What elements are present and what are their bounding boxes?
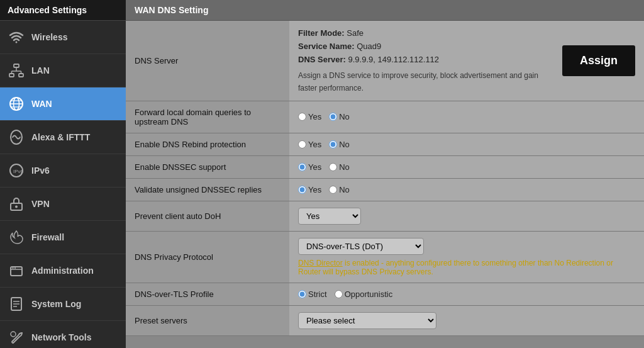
dnssec-validate-row: Validate unsigned DNSSEC replies Yes No [126,178,644,201]
tools-icon [8,328,25,346]
dnssec-validate-value: Yes No [289,178,644,201]
svg-text:IPv6: IPv6 [13,169,24,174]
dot-profile-value: Strict Opportunistic [289,283,644,305]
preset-servers-label: Preset servers [126,305,289,335]
dns-privacy-select[interactable]: DNS-over-TLS (DoT) DNS-over-HTTPS (DoH) … [298,238,424,255]
svg-point-0 [16,42,18,43]
sidebar-item-ipv6-label: IPv6 [31,166,50,176]
page-title: WAN DNS Setting [126,0,644,21]
main-content: WAN DNS Setting DNS Server Filter Mode: … [126,0,644,348]
prevent-doh-value: Yes No [289,201,644,231]
dns-privacy-row: DNS Privacy Protocol DNS-over-TLS (DoT) … [126,231,644,283]
preset-servers-select[interactable]: Please select [298,312,436,329]
dot-opportunistic-radio[interactable] [335,290,343,298]
sidebar-item-vpn[interactable]: VPN [0,188,126,221]
sidebar-item-wireless-label: Wireless [31,32,67,42]
dns-rebind-yes-radio[interactable] [298,140,306,149]
dot-profile-label: DNS-over-TLS Profile [126,283,289,305]
assign-info-text: Assign a DNS service to improve security… [298,70,550,94]
dnssec-validate-no-radio[interactable] [329,186,337,194]
sidebar: Advanced Settings Wireless LAN [0,0,126,348]
alexa-icon [8,128,25,146]
globe-icon [8,95,25,113]
dns-rebind-row: Enable DNS Rebind protection Yes No [126,133,644,155]
dnssec-support-value: Yes No [289,155,644,178]
dnssec-validate-no-option[interactable]: No [329,185,350,194]
sidebar-item-lan[interactable]: LAN [0,54,126,87]
forward-local-radio-group: Yes No [298,112,635,121]
dnssec-support-radio-group: Yes No [298,162,635,172]
forward-local-yes-option[interactable]: Yes [298,112,321,121]
prevent-doh-row: Prevent client auto DoH Yes No [126,201,644,231]
preset-servers-row: Preset servers Please select [126,305,644,335]
forward-local-yes-label: Yes [308,112,321,121]
dns-rebind-radio-group: Yes No [298,140,635,149]
dnssec-support-yes-radio[interactable] [298,163,306,171]
sidebar-item-networktools[interactable]: Network Tools [0,321,126,348]
svg-point-20 [13,267,14,269]
dns-director-link[interactable]: DNS Director [298,259,343,267]
sidebar-item-wireless[interactable]: Wireless [0,21,126,54]
svg-point-21 [14,267,16,269]
sidebar-item-alexa-label: Alexa & IFTTT [31,132,90,142]
dot-strict-option[interactable]: Strict [298,289,327,299]
sidebar-item-systemlog[interactable]: System Log [0,288,126,321]
dns-warning-text: is enabled - anything configured there t… [298,259,613,276]
dns-privacy-value: DNS-over-TLS (DoT) DNS-over-HTTPS (DoH) … [289,231,644,283]
dnssec-support-no-radio[interactable] [329,163,337,171]
dns-server-row: DNS Server Filter Mode: Safe Service Nam… [126,21,644,101]
dns-warning: DNS Director is enabled - anything confi… [298,259,635,276]
forward-local-yes-radio[interactable] [298,113,306,121]
forward-local-no-radio[interactable] [329,113,337,121]
dns-rebind-no-option[interactable]: No [329,140,350,149]
sidebar-item-systemlog-label: System Log [31,299,81,309]
log-icon [8,295,25,313]
prevent-doh-select[interactable]: Yes No [298,208,361,225]
forward-local-row: Forward local domain queries to upstream… [126,101,644,133]
sidebar-item-lan-label: LAN [31,65,50,76]
dnssec-validate-yes-label: Yes [308,185,321,194]
sidebar-item-administration[interactable]: Administration [0,254,126,288]
forward-local-label: Forward local domain queries to upstream… [126,101,289,133]
dns-rebind-yes-label: Yes [308,140,321,149]
assign-button[interactable]: Assign [562,45,635,76]
wifi-icon [8,28,25,46]
dns-assign-wrap: Filter Mode: Safe Service Name: Quad9 DN… [298,27,635,94]
dns-rebind-label: Enable DNS Rebind protection [126,133,289,155]
form-table: DNS Server Filter Mode: Safe Service Nam… [126,21,644,336]
sidebar-item-wan[interactable]: WAN [0,87,126,121]
dnssec-support-yes-label: Yes [308,162,321,172]
sidebar-item-alexa[interactable]: Alexa & IFTTT [0,121,126,154]
dns-rebind-no-radio[interactable] [329,140,337,149]
preset-servers-value: Please select [289,305,644,335]
dns-privacy-label: DNS Privacy Protocol [126,231,289,283]
filter-mode-value: Safe [347,28,364,38]
sidebar-item-networktools-label: Network Tools [31,332,91,342]
dnssec-support-no-option[interactable]: No [329,162,350,172]
dnssec-support-no-label: No [339,162,350,172]
sidebar-item-administration-label: Administration [31,266,94,276]
dnssec-support-yes-option[interactable]: Yes [298,162,321,172]
sidebar-item-firewall-label: Firewall [31,232,64,242]
dnssec-validate-label: Validate unsigned DNSSEC replies [126,178,289,201]
svg-rect-3 [19,74,23,77]
content-area: DNS Server Filter Mode: Safe Service Nam… [126,21,644,336]
sidebar-item-ipv6[interactable]: IPv6 IPv6 [0,154,126,188]
forward-local-value: Yes No [289,101,644,133]
admin-icon [8,262,25,279]
forward-local-no-option[interactable]: No [329,112,350,121]
dot-strict-radio[interactable] [298,290,306,298]
dns-server-label: DNS Server [126,21,289,101]
svg-point-26 [11,332,16,337]
sidebar-header: Advanced Settings [0,0,126,21]
sidebar-item-firewall[interactable]: Firewall [0,221,126,254]
dnssec-validate-no-label: No [339,185,350,194]
dnssec-validate-yes-option[interactable]: Yes [298,185,321,194]
dnssec-validate-yes-radio[interactable] [298,186,306,194]
dot-opportunistic-option[interactable]: Opportunistic [335,289,393,299]
dns-rebind-value: Yes No [289,133,644,155]
dnssec-support-label: Enable DNSSEC support [126,155,289,178]
dnssec-support-row: Enable DNSSEC support Yes No [126,155,644,178]
svg-rect-2 [9,74,14,77]
dns-rebind-yes-option[interactable]: Yes [298,140,321,149]
